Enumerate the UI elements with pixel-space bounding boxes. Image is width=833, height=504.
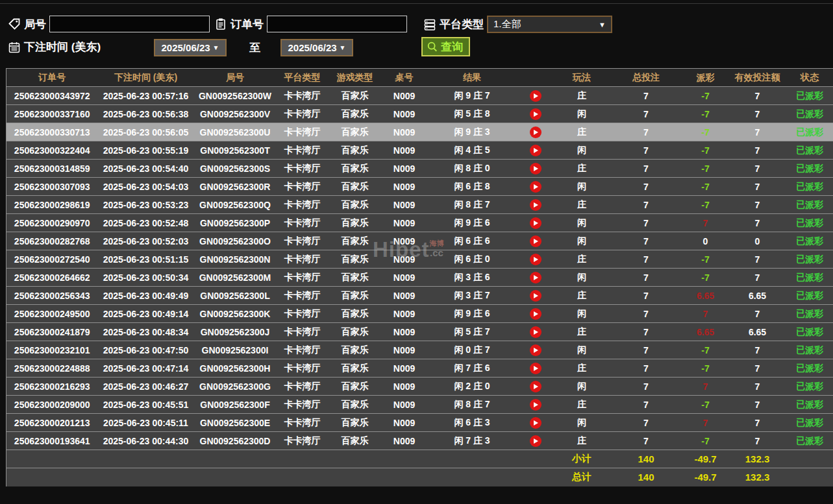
cell-play: 闲	[554, 178, 610, 196]
cell-table-no: N009	[382, 396, 427, 414]
query-button[interactable]: 查询	[421, 37, 470, 56]
cell-replay	[517, 87, 554, 105]
table-row[interactable]: 250623000241879 2025-06-23 00:48:34 GN00…	[6, 323, 833, 341]
cell-table-no: N009	[382, 323, 427, 341]
play-icon[interactable]	[530, 344, 541, 356]
play-icon[interactable]	[530, 145, 541, 156]
play-icon[interactable]	[530, 181, 541, 193]
round-input[interactable]	[49, 16, 210, 32]
play-icon[interactable]	[530, 435, 541, 447]
subtotal-total-bet: 140	[610, 450, 682, 468]
table-row[interactable]: 250623000337160 2025-06-23 00:56:38 GN00…	[6, 105, 833, 123]
cell-game-type: 百家乐	[329, 432, 382, 450]
cell-platform: 卡卡湾厅	[277, 214, 329, 232]
cell-status: 已派彩	[786, 359, 833, 378]
play-icon[interactable]	[530, 399, 541, 411]
platform-select[interactable]: 1.全部 ▼	[487, 16, 612, 33]
play-icon[interactable]	[530, 254, 541, 265]
play-icon[interactable]	[530, 326, 541, 338]
cell-replay	[517, 141, 554, 160]
table-row[interactable]: 250623000216293 2025-06-23 00:46:27 GN00…	[6, 378, 833, 396]
cell-result: 闲 6 庄 0	[427, 250, 517, 269]
cell-total-bet: 7	[610, 87, 682, 105]
cell-total-bet: 7	[610, 123, 682, 141]
table-row[interactable]: 250623000314859 2025-06-23 00:54:40 GN00…	[6, 160, 833, 178]
table-row[interactable]: 250623000264662 2025-06-23 00:50:34 GN00…	[6, 269, 833, 287]
total-payout: -49.7	[682, 468, 729, 486]
cell-platform: 卡卡湾厅	[277, 287, 329, 305]
column-header: 局号	[194, 69, 277, 87]
table-row[interactable]: 250623000272540 2025-06-23 00:51:15 GN00…	[6, 250, 833, 269]
order-input[interactable]	[267, 16, 407, 32]
table-row[interactable]: 250623000343972 2025-06-23 00:57:16 GN00…	[6, 87, 833, 105]
cell-order-id: 250623000216293	[6, 378, 98, 396]
date-from-picker[interactable]: 2025/06/23 ▼	[154, 39, 227, 56]
play-icon[interactable]	[530, 163, 541, 174]
cell-platform: 卡卡湾厅	[277, 160, 329, 178]
cell-table-no: N009	[382, 87, 427, 105]
table-row[interactable]: 250623000193641 2025-06-23 00:44:30 GN00…	[6, 432, 833, 450]
cell-platform: 卡卡湾厅	[277, 396, 329, 414]
play-icon[interactable]	[530, 272, 541, 283]
table-row[interactable]: 250623000232101 2025-06-23 00:47:50 GN00…	[6, 341, 833, 359]
play-icon[interactable]	[530, 217, 541, 229]
cell-result: 闲 9 庄 3	[427, 123, 517, 141]
tag-icon	[8, 18, 21, 30]
cell-play: 庄	[554, 196, 610, 214]
table-row[interactable]: 250623000322404 2025-06-23 00:55:19 GN00…	[6, 141, 833, 160]
cell-total-bet: 7	[610, 305, 682, 323]
play-icon[interactable]	[530, 290, 541, 302]
cell-total-bet: 7	[610, 178, 682, 196]
play-icon[interactable]	[530, 308, 541, 320]
date-from-value: 2025/06/23	[162, 42, 210, 53]
cell-play: 庄	[554, 323, 610, 341]
cell-round-id: GN0092562300M	[194, 269, 277, 287]
total-valid-bet: 132.3	[729, 468, 786, 486]
table-row[interactable]: 250623000249500 2025-06-23 00:49:14 GN00…	[6, 305, 833, 323]
cell-bet-time: 2025-06-23 00:56:05	[98, 123, 194, 141]
table-row[interactable]: 250623000201213 2025-06-23 00:45:11 GN00…	[6, 414, 833, 432]
cell-valid-bet: 7	[729, 414, 786, 432]
search-icon	[427, 41, 438, 53]
play-icon[interactable]	[530, 235, 541, 247]
cell-bet-time: 2025-06-23 00:56:38	[98, 105, 194, 123]
play-icon[interactable]	[530, 381, 541, 392]
cell-round-id: GN0092562300T	[194, 141, 277, 160]
cell-order-id: 250623000298619	[6, 196, 98, 214]
column-header: 玩法	[554, 69, 610, 87]
cell-valid-bet: 7	[729, 305, 786, 323]
cell-total-bet: 7	[610, 269, 682, 287]
cell-result: 闲 3 庄 7	[427, 287, 517, 305]
play-icon[interactable]	[530, 108, 541, 120]
table-row[interactable]: 250623000290970 2025-06-23 00:52:48 GN00…	[6, 214, 833, 232]
cell-total-bet: 7	[610, 414, 682, 432]
cell-payout: -7	[682, 123, 729, 141]
play-icon[interactable]	[530, 363, 541, 374]
cell-bet-time: 2025-06-23 00:52:03	[98, 232, 194, 250]
cell-game-type: 百家乐	[329, 105, 382, 123]
order-label: 订单号	[230, 17, 264, 32]
cell-game-type: 百家乐	[329, 287, 382, 305]
play-icon[interactable]	[530, 199, 541, 211]
table-row[interactable]: 250623000224888 2025-06-23 00:47:14 GN00…	[6, 359, 833, 378]
table-row[interactable]: 250623000298619 2025-06-23 00:53:23 GN00…	[6, 196, 833, 214]
total-spacer	[6, 468, 554, 486]
table-row[interactable]: 250623000209000 2025-06-23 00:45:51 GN00…	[6, 396, 833, 414]
date-to-picker[interactable]: 2025/06/23 ▼	[280, 39, 353, 56]
play-icon[interactable]	[530, 90, 541, 102]
cell-status: 已派彩	[786, 214, 833, 232]
table-row[interactable]: 250623000307093 2025-06-23 00:54:03 GN00…	[6, 178, 833, 196]
cell-bet-time: 2025-06-23 00:47:50	[98, 341, 194, 359]
cell-round-id: GN0092562300J	[194, 323, 277, 341]
play-icon[interactable]	[530, 417, 541, 429]
cell-payout: -7	[682, 160, 729, 178]
cell-platform: 卡卡湾厅	[277, 305, 329, 323]
play-icon[interactable]	[530, 126, 541, 138]
table-row[interactable]: 250623000282768 2025-06-23 00:52:03 GN00…	[6, 232, 833, 250]
cell-play: 闲	[554, 269, 610, 287]
cell-table-no: N009	[382, 232, 427, 250]
table-row[interactable]: 250623000256343 2025-06-23 00:49:49 GN00…	[6, 287, 833, 305]
cell-round-id: GN0092562300S	[194, 160, 277, 178]
cell-order-id: 250623000193641	[6, 432, 98, 450]
table-row[interactable]: 250623000330713 2025-06-23 00:56:05 GN00…	[6, 123, 833, 141]
